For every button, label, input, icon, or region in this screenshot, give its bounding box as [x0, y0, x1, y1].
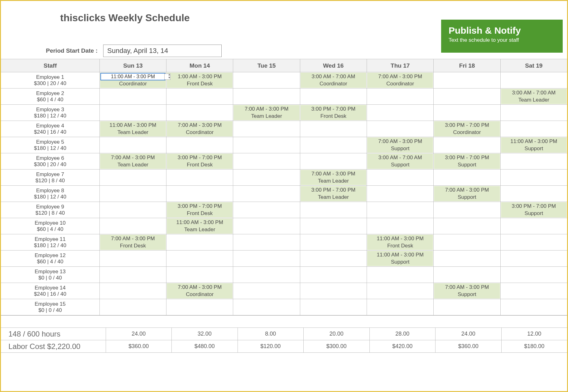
schedule-cell[interactable]: [434, 299, 500, 315]
col-header-day[interactable]: Mon 14: [166, 59, 233, 72]
schedule-cell[interactable]: [100, 105, 166, 121]
schedule-cell[interactable]: [367, 88, 434, 104]
schedule-cell[interactable]: 7:00 AM - 3:00 PMFront Desk: [100, 234, 166, 250]
schedule-cell[interactable]: [434, 170, 500, 185]
schedule-cell[interactable]: [300, 218, 367, 234]
staff-cell[interactable]: Employee 11$180 | 12 / 40: [1, 234, 100, 250]
shift-block[interactable]: 3:00 PM - 7:00 PMCoordinator: [434, 121, 500, 136]
schedule-cell[interactable]: [166, 88, 233, 104]
schedule-cell[interactable]: [100, 218, 166, 234]
schedule-cell[interactable]: [300, 283, 367, 299]
shift-block[interactable]: 7:00 AM - 3:00 PMTeam Leader: [100, 154, 166, 169]
schedule-cell[interactable]: [233, 121, 300, 137]
col-header-day[interactable]: Fri 18: [434, 59, 500, 72]
active-cell-selection[interactable]: 11:00 AM - 3:00 PM: [100, 73, 166, 80]
schedule-cell[interactable]: [233, 283, 300, 299]
schedule-cell[interactable]: [367, 105, 434, 121]
period-start-input[interactable]: Sunday, April 13, 14: [103, 45, 222, 57]
schedule-cell[interactable]: [100, 186, 166, 202]
schedule-cell[interactable]: [233, 202, 300, 218]
schedule-cell[interactable]: [434, 72, 500, 88]
schedule-cell[interactable]: 7:00 AM - 3:00 PMTeam Leader: [233, 105, 300, 121]
schedule-cell[interactable]: [367, 299, 434, 315]
schedule-cell[interactable]: [100, 170, 166, 185]
schedule-cell[interactable]: 3:00 PM - 7:00 PMFront Desk: [166, 153, 233, 169]
shift-block[interactable]: 11:00 AM - 3:00 PMTeam Leader: [167, 218, 233, 234]
stepper-icon[interactable]: ▲ ▼: [167, 73, 171, 79]
schedule-cell[interactable]: [300, 121, 367, 137]
shift-block[interactable]: 1:00 AM - 3:00 PMFront Desk: [167, 73, 233, 88]
shift-block[interactable]: 11:00 AM - 3:00 PMFront Desk: [367, 235, 433, 250]
schedule-cell[interactable]: [100, 251, 166, 266]
col-header-day[interactable]: Thu 17: [367, 59, 434, 72]
schedule-cell[interactable]: 7:00 AM - 3:00 PMCoordinator: [166, 283, 233, 299]
schedule-cell[interactable]: 7:00 AM - 3:00 PMTeam Leader: [100, 153, 166, 169]
staff-cell[interactable]: Employee 13$0 | 0 / 40: [1, 267, 100, 283]
schedule-cell[interactable]: [501, 299, 567, 315]
schedule-cell[interactable]: [100, 299, 166, 315]
schedule-cell[interactable]: [233, 137, 300, 153]
schedule-cell[interactable]: 11:00 AM - 3:00 PMTeam Leader: [100, 121, 166, 137]
shift-block[interactable]: 3:00 AM - 7:00 AMTeam Leader: [501, 89, 567, 104]
schedule-cell[interactable]: 11:00 AM - 3:00 PMSupport: [501, 137, 567, 153]
schedule-cell[interactable]: [233, 267, 300, 283]
schedule-cell[interactable]: [367, 186, 434, 202]
staff-cell[interactable]: Employee 8$180 | 12 / 40: [1, 186, 100, 202]
schedule-cell[interactable]: [501, 234, 567, 250]
schedule-cell[interactable]: 3:00 PM - 7:00 PMCoordinator: [434, 121, 500, 137]
schedule-cell[interactable]: [434, 137, 500, 153]
schedule-cell[interactable]: [166, 186, 233, 202]
schedule-cell[interactable]: [300, 234, 367, 250]
schedule-cell[interactable]: [501, 218, 567, 234]
shift-block[interactable]: 7:00 AM - 3:00 PMCoordinator: [167, 121, 233, 136]
shift-block[interactable]: 11:00 AM - 3:00 PMSupport: [367, 251, 433, 266]
schedule-cell[interactable]: [166, 234, 233, 250]
schedule-cell[interactable]: [166, 170, 233, 185]
shift-block[interactable]: 7:00 AM - 3:00 PMFront Desk: [100, 235, 166, 250]
staff-cell[interactable]: Employee 14$240 | 16 / 40: [1, 283, 100, 299]
schedule-cell[interactable]: [233, 218, 300, 234]
col-header-staff[interactable]: Staff: [1, 59, 100, 72]
schedule-cell[interactable]: [434, 251, 500, 266]
schedule-cell[interactable]: [501, 121, 567, 137]
schedule-cell[interactable]: [233, 153, 300, 169]
schedule-cell[interactable]: [166, 105, 233, 121]
schedule-cell[interactable]: 3:00 AM - 7:00 AMSupport: [367, 153, 434, 169]
schedule-cell[interactable]: [501, 153, 567, 169]
schedule-cell[interactable]: [367, 267, 434, 283]
schedule-cell[interactable]: [233, 251, 300, 266]
schedule-cell[interactable]: 3:00 AM - 7:00 AMTeam Leader: [501, 88, 567, 104]
schedule-cell[interactable]: 3:00 PM - 7:00 PMFront Desk: [166, 202, 233, 218]
schedule-cell[interactable]: 1:00 AM - 3:00 PMFront Desk: [166, 72, 233, 88]
shift-block[interactable]: 3:00 PM - 7:00 PMFront Desk: [167, 154, 233, 169]
staff-cell[interactable]: Employee 15$0 | 0 / 40: [1, 299, 100, 315]
schedule-cell[interactable]: 11:00 AM - 3:00 PMTeam Leader: [166, 218, 233, 234]
schedule-cell[interactable]: [100, 88, 166, 104]
schedule-cell[interactable]: [300, 251, 367, 266]
schedule-cell[interactable]: [100, 137, 166, 153]
shift-block[interactable]: 7:00 AM - 3:00 PMTeam Leader: [301, 170, 366, 185]
schedule-cell[interactable]: [233, 186, 300, 202]
shift-block[interactable]: 3:00 AM - 7:00 AMCoordinator: [301, 73, 366, 88]
staff-cell[interactable]: Employee 10$60 | 4 / 40: [1, 218, 100, 234]
shift-block[interactable]: 7:00 AM - 3:00 PMTeam Leader: [233, 105, 299, 120]
shift-block[interactable]: 7:00 AM - 3:00 PMCoordinator: [167, 283, 233, 299]
schedule-cell[interactable]: [233, 72, 300, 88]
schedule-cell[interactable]: [166, 137, 233, 153]
staff-cell[interactable]: Employee 4$240 | 16 / 40: [1, 121, 100, 137]
shift-block[interactable]: 3:00 PM - 7:00 PMTeam Leader: [301, 186, 366, 201]
schedule-cell[interactable]: [100, 283, 166, 299]
staff-cell[interactable]: Employee 1$300 | 20 / 40: [1, 72, 100, 88]
staff-cell[interactable]: Employee 5$180 | 12 / 40: [1, 137, 100, 153]
shift-block[interactable]: 7:00 AM - 3:00 PMCoordinator: [367, 73, 433, 88]
schedule-cell[interactable]: [233, 170, 300, 185]
shift-block[interactable]: 11:00 AM - 3:00 PMSupport: [501, 137, 567, 153]
schedule-cell[interactable]: [233, 234, 300, 250]
schedule-cell[interactable]: [300, 299, 367, 315]
col-header-day[interactable]: Sat 19: [501, 59, 567, 72]
schedule-cell[interactable]: 3:00 AM - 7:00 AMCoordinator: [300, 72, 367, 88]
schedule-cell[interactable]: [434, 105, 500, 121]
schedule-cell[interactable]: 3:00 PM - 7:00 PMTeam Leader: [300, 186, 367, 202]
staff-cell[interactable]: Employee 9$120 | 8 / 40: [1, 202, 100, 218]
schedule-cell[interactable]: [233, 88, 300, 104]
